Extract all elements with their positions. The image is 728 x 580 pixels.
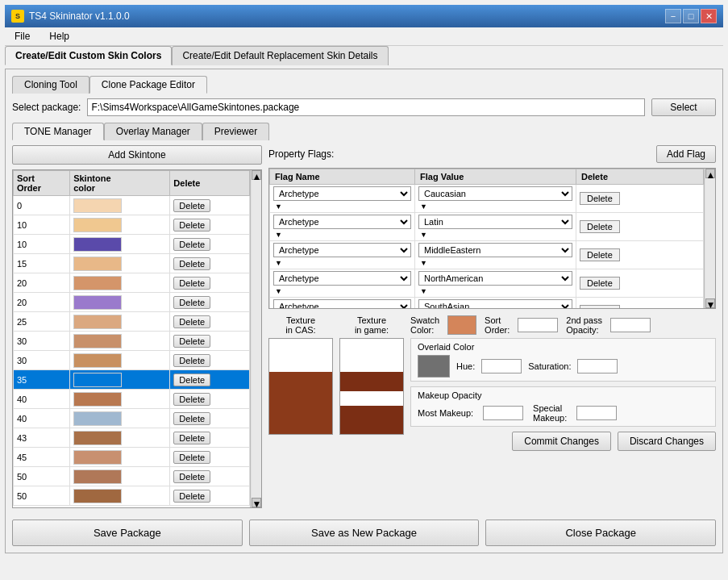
hue-label: Hue:	[456, 361, 475, 371]
second-pass-input[interactable]: 31	[610, 318, 651, 332]
flag-table-row: ArchetypeOccultAgeGender▼CaucasianLatinM…	[270, 298, 704, 309]
skintone-table-row[interactable]: 10Delete	[14, 235, 250, 254]
flag-table-row: ArchetypeOccultAgeGender▼CaucasianLatinM…	[270, 241, 704, 269]
delete-skintone-button[interactable]: Delete	[173, 354, 210, 367]
package-path-input[interactable]	[87, 98, 645, 116]
hue-input[interactable]: 200	[481, 359, 522, 373]
sort-order-cell: 30	[14, 351, 70, 370]
special-makeup-input[interactable]: 1	[576, 406, 617, 420]
sort-order-cell: 50	[14, 467, 70, 486]
color-cell	[70, 215, 170, 235]
color-cell	[70, 273, 170, 293]
menu-file[interactable]: File	[8, 29, 36, 44]
save-new-package-button[interactable]: Save as New Package	[249, 519, 480, 546]
top-tab-row: Create/Edit Custom Skin Colors Create/Ed…	[5, 46, 723, 65]
save-package-button[interactable]: Save Package	[12, 519, 243, 546]
delete-skintone-button[interactable]: Delete	[173, 470, 210, 483]
select-package-label: Select package:	[12, 102, 81, 113]
delete-skintone-button[interactable]: Delete	[173, 257, 210, 270]
delete-skintone-button[interactable]: Delete	[173, 490, 210, 503]
delete-skintone-button[interactable]: Delete	[173, 335, 210, 348]
close-button[interactable]: ✕	[701, 9, 717, 23]
skintone-scrollbar[interactable]: ▲ ▼	[250, 170, 261, 507]
delete-skintone-button[interactable]: Delete	[173, 412, 210, 425]
skintone-table-row[interactable]: 35Delete	[14, 370, 250, 390]
delete-skintone-button[interactable]: Delete	[173, 238, 210, 251]
delete-skintone-button[interactable]: Delete	[173, 373, 210, 386]
makeup-row: Most Makeup: 0.8 SpecialMakeup: 1	[418, 403, 709, 423]
most-makeup-input[interactable]: 0.8	[483, 406, 523, 420]
delete-skintone-button[interactable]: Delete	[173, 296, 210, 309]
flag-table-row: ArchetypeOccultAgeGender▼CaucasianLatinM…	[270, 213, 704, 241]
sort-order-cell: 15	[14, 254, 70, 273]
flag-value-select[interactable]: CaucasianLatinMiddleEasternNorthAmerican…	[418, 186, 572, 201]
commit-changes-button[interactable]: Commit Changes	[512, 432, 611, 451]
flag-value-select[interactable]: CaucasianLatinMiddleEasternNorthAmerican…	[418, 215, 572, 229]
skintone-table-row[interactable]: 20Delete	[14, 273, 250, 293]
delete-flag-button[interactable]: Delete	[580, 305, 620, 308]
skintone-table-row[interactable]: 0Delete	[14, 196, 250, 215]
saturation-input[interactable]: 10	[577, 359, 618, 373]
skintone-table-row[interactable]: 30Delete	[14, 332, 250, 351]
flag-value-select[interactable]: CaucasianLatinMiddleEasternNorthAmerican…	[418, 299, 572, 308]
tab-custom-skin[interactable]: Create/Edit Custom Skin Colors	[5, 46, 172, 65]
delete-skintone-button[interactable]: Delete	[173, 451, 210, 464]
skintone-table-row[interactable]: 43Delete	[14, 428, 250, 448]
right-panel: Property Flags: Add Flag Flag Name Flag …	[268, 145, 716, 508]
close-package-button[interactable]: Close Package	[485, 519, 716, 546]
skintone-table-row[interactable]: 45Delete	[14, 448, 250, 467]
tab-default-skin[interactable]: Create/Edit Default Replacement Skin Det…	[172, 46, 388, 65]
skintone-table-row[interactable]: 50Delete	[14, 486, 250, 506]
sort-order-cell: 10	[14, 215, 70, 235]
menu-help[interactable]: Help	[43, 29, 76, 44]
skintone-table-row[interactable]: 50Delete	[14, 467, 250, 486]
discard-changes-button[interactable]: Discard Changes	[618, 432, 716, 451]
skintone-table-row[interactable]: 25Delete	[14, 312, 250, 332]
tab-clone-package-editor[interactable]: Clone Package Editor	[89, 76, 207, 94]
flags-scrollbar[interactable]: ▲ ▼	[704, 169, 715, 308]
add-flag-button[interactable]: Add Flag	[656, 145, 716, 163]
flag-name-select[interactable]: ArchetypeOccultAgeGender	[273, 243, 411, 257]
delete-skintone-button[interactable]: Delete	[173, 393, 210, 406]
swatch-color-swatch[interactable]	[447, 315, 476, 335]
content-tab-row: TONE Manager Overlay Manager Previewer	[12, 123, 716, 140]
delete-skintone-button[interactable]: Delete	[173, 277, 210, 290]
color-cell	[70, 293, 170, 312]
skintone-table-row[interactable]: 40Delete	[14, 409, 250, 428]
delete-flag-button[interactable]: Delete	[580, 277, 620, 290]
tab-previewer[interactable]: Previewer	[202, 123, 269, 140]
maximize-button[interactable]: □	[683, 9, 699, 23]
delete-skintone-button[interactable]: Delete	[173, 315, 210, 328]
delete-skintone-button[interactable]: Delete	[173, 219, 210, 232]
skintone-table-row[interactable]: 40Delete	[14, 390, 250, 409]
flag-name-select[interactable]: ArchetypeOccultAgeGender	[273, 299, 411, 308]
delete-skintone-button[interactable]: Delete	[173, 432, 210, 444]
delete-flag-button[interactable]: Delete	[580, 248, 620, 261]
delete-skintone-button[interactable]: Delete	[173, 199, 210, 212]
flag-name-select[interactable]: ArchetypeOccultAgeGender	[273, 215, 411, 229]
delete-flag-button[interactable]: Delete	[580, 220, 620, 233]
skintone-table-row[interactable]: 15Delete	[14, 254, 250, 273]
sort-order-input[interactable]: 35	[518, 318, 558, 332]
skintone-table-row[interactable]: 30Delete	[14, 351, 250, 370]
flag-value-select[interactable]: CaucasianLatinMiddleEasternNorthAmerican…	[418, 243, 572, 257]
texture-game-box: Texturein game:	[339, 315, 404, 435]
flags-table-wrapper: Flag Name Flag Value Delete ArchetypeOcc…	[268, 168, 716, 309]
flag-name-select[interactable]: ArchetypeOccultAgeGender	[273, 271, 411, 286]
select-package-button[interactable]: Select	[651, 98, 716, 116]
minimize-button[interactable]: −	[665, 9, 681, 23]
tab-tone-manager[interactable]: TONE Manager	[12, 123, 104, 140]
flag-value-select[interactable]: CaucasianLatinMiddleEasternNorthAmerican…	[418, 271, 572, 286]
tab-overlay-manager[interactable]: Overlay Manager	[104, 123, 202, 140]
flag-value-dropdown-arrow: ▼	[420, 259, 427, 267]
left-panel: Add Skintone SortOrder Skintonecolor Del…	[12, 145, 262, 508]
skintone-table-row[interactable]: 10Delete	[14, 215, 250, 235]
delete-flag-button[interactable]: Delete	[580, 192, 620, 205]
tab-cloning-tool[interactable]: Cloning Tool	[12, 76, 89, 94]
flag-name-select[interactable]: ArchetypeOccultAgeGender	[273, 186, 411, 201]
swatch-info-section: SwatchColor: SortOrder: 35 2nd passOpaci…	[410, 315, 716, 451]
add-skintone-button[interactable]: Add Skintone	[12, 145, 262, 165]
flag-value-dropdown-arrow: ▼	[420, 202, 427, 211]
skintone-table-row[interactable]: 20Delete	[14, 293, 250, 312]
overlaid-color-swatch[interactable]	[418, 355, 450, 378]
